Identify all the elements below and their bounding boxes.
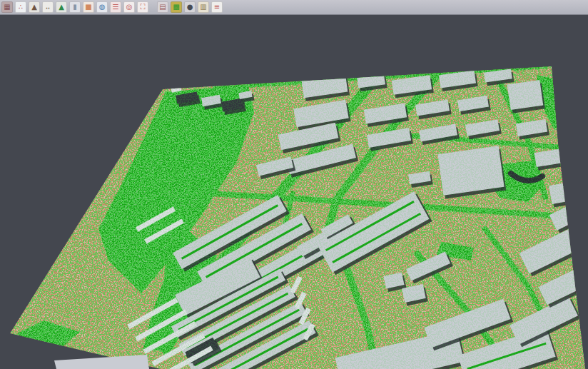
toolbar-button-mountain-icon[interactable]: ▲ <box>29 1 40 13</box>
classification-palette-icon: ▩ <box>173 4 179 11</box>
roof-speckle-noise <box>0 15 588 369</box>
vegetation-icon: ▲ <box>59 4 64 11</box>
ground-points-icon: ⠤ <box>45 4 50 11</box>
orange-box-icon: ■ <box>85 4 91 11</box>
building-column-icon: ▮ <box>73 4 77 11</box>
clipboard-icon: ▥ <box>200 4 206 11</box>
point-cloud-render <box>0 15 588 369</box>
red-rows-icon: ≡ <box>214 4 220 11</box>
toolbar-button-red-ring-icon[interactable]: ◎ <box>123 1 135 13</box>
globe-icon: ◍ <box>99 4 106 11</box>
point-cloud-icon: ▦ <box>4 4 10 11</box>
red-list-icon: ☰ <box>113 4 119 11</box>
dashed-selection-icon: ⛶ <box>141 4 146 11</box>
toolbar-button-ground-points-icon[interactable]: ⠤ <box>42 1 54 13</box>
toolbar-button-red-rows-icon[interactable]: ≡ <box>211 1 223 13</box>
toolbar-button-red-list-icon[interactable]: ☰ <box>110 1 121 13</box>
toolbar-button-dashed-selection-icon[interactable]: ⛶ <box>137 1 148 13</box>
scatter-classify-icon: ∴ <box>19 4 23 11</box>
toolbar-button-globe-icon[interactable]: ◍ <box>96 1 108 13</box>
red-grid-icon: ▤ <box>159 4 166 11</box>
toolbar-button-vegetation-icon[interactable]: ▲ <box>56 1 67 13</box>
dark-sphere-icon: ● <box>187 4 193 11</box>
toolbar-button-red-grid-icon[interactable]: ▤ <box>157 1 168 13</box>
toolbar-button-clipboard-icon[interactable]: ▥ <box>198 1 209 13</box>
red-ring-icon: ◎ <box>126 4 133 11</box>
viewport-3d[interactable] <box>0 15 588 369</box>
app-window: ▦∴▲⠤▲▮■◍☰◎⛶▤▩●▥≡ <box>0 0 588 369</box>
foreground-roof <box>54 355 149 369</box>
mountain-icon: ▲ <box>31 4 37 11</box>
main-toolbar: ▦∴▲⠤▲▮■◍☰◎⛶▤▩●▥≡ <box>0 0 588 15</box>
toolbar-button-classification-palette-icon[interactable]: ▩ <box>171 1 182 13</box>
toolbar-button-building-column-icon[interactable]: ▮ <box>69 1 81 13</box>
toolbar-button-orange-box-icon[interactable]: ■ <box>83 1 94 13</box>
toolbar-button-point-cloud-icon[interactable]: ▦ <box>1 1 13 13</box>
toolbar-button-scatter-classify-icon[interactable]: ∴ <box>15 1 26 13</box>
toolbar-button-dark-sphere-icon[interactable]: ● <box>184 1 196 13</box>
scan-area <box>0 15 588 369</box>
